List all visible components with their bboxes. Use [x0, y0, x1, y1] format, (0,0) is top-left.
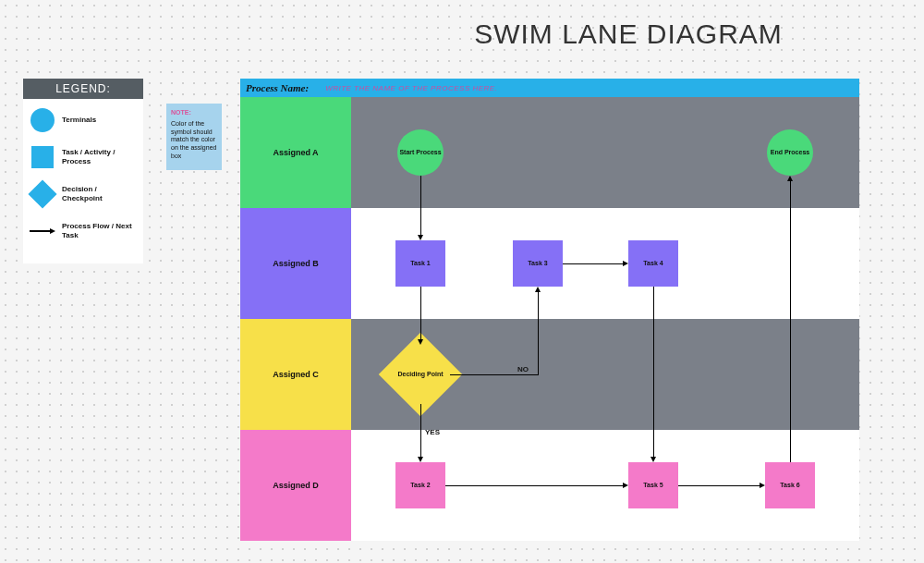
arrowhead-icon [418, 235, 423, 240]
page-title: SWIM LANE DIAGRAM [397, 18, 859, 50]
legend-row-decision: Decision / Checkpoint [29, 180, 138, 208]
legend-header: LEGEND: [23, 79, 143, 99]
legend-row-flow: Process Flow / Next Task [29, 217, 138, 245]
lane-label-d: Assigned D [240, 430, 351, 541]
diamond-icon [28, 179, 56, 208]
node-start: Start Process [397, 129, 444, 176]
edge-label-no: NO [517, 365, 529, 373]
legend-label: Process Flow / Next Task [62, 222, 138, 240]
legend-row-terminals: Terminals [29, 106, 138, 134]
lane-label-c: Assigned C [240, 319, 351, 430]
node-decide: Deciding Point [391, 345, 450, 404]
lane-label-b: Assigned B [240, 208, 351, 319]
square-icon [31, 146, 54, 168]
process-name-hint: WRITE THE NAME OF THE PROCESS HERE. [325, 84, 497, 92]
edge-task4-task5 [653, 287, 654, 457]
edge-start-task1 [420, 176, 421, 235]
arrowhead-icon [787, 176, 793, 181]
node-task4: Task 4 [628, 240, 678, 287]
note-text: Color of the symbol should match the col… [171, 120, 217, 161]
process-name-bar: Process Name: WRITE THE NAME OF THE PROC… [240, 79, 859, 97]
edge-task2-task5 [445, 485, 623, 486]
legend-label: Task / Activity / Process [62, 148, 138, 166]
edge-task1-decide [420, 287, 421, 339]
edge-label-yes: YES [425, 428, 440, 436]
note-box: NOTE: Color of the symbol should match t… [166, 104, 222, 170]
arrowhead-icon [650, 457, 656, 462]
edge-task5-task6 [678, 485, 760, 486]
arrowhead-icon [418, 339, 423, 345]
arrow-icon [29, 217, 56, 245]
edge-task6-end [790, 181, 791, 462]
circle-icon [30, 108, 55, 132]
lane-a: Assigned A Start Process End Process [240, 97, 859, 208]
legend-label: Terminals [62, 116, 96, 125]
node-task6: Task 6 [765, 462, 815, 508]
lane-body-a: Start Process End Process [351, 97, 859, 208]
arrowhead-icon [623, 261, 628, 266]
legend: LEGEND: Terminals Task / Activity / Proc… [23, 79, 143, 263]
arrowhead-icon [760, 483, 765, 488]
node-task2: Task 2 [395, 462, 445, 508]
arrowhead-icon [535, 287, 541, 292]
node-task3: Task 3 [513, 240, 563, 287]
arrowhead-icon [418, 457, 423, 462]
lane-body-c: Deciding Point [351, 319, 859, 430]
swimlane-diagram: Process Name: WRITE THE NAME OF THE PROC… [240, 79, 859, 541]
node-task1: Task 1 [395, 240, 445, 287]
edge-decide-yes [420, 404, 421, 457]
node-task5: Task 5 [628, 462, 678, 508]
process-name-label: Process Name: [246, 82, 309, 93]
edge-decide-no-h [450, 374, 538, 375]
lane-b: Assigned B Task 1 Task 3 Task 4 [240, 208, 859, 319]
note-header: NOTE: [171, 109, 217, 117]
edge-task3-task4 [563, 263, 623, 264]
arrowhead-icon [623, 483, 628, 488]
edge-no-up [538, 292, 539, 375]
node-end: End Process [767, 129, 813, 176]
lane-label-a: Assigned A [240, 97, 351, 208]
legend-row-task: Task / Activity / Process [29, 143, 138, 171]
legend-label: Decision / Checkpoint [62, 185, 138, 203]
lane-c: Assigned C Deciding Point [240, 319, 859, 430]
